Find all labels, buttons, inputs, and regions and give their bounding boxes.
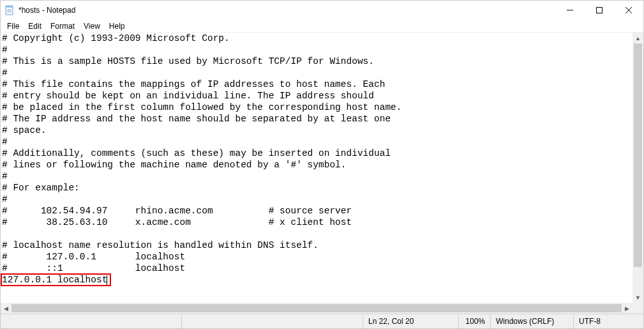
text-editor[interactable]: # Copyright (c) 1993-2009 Microsoft Corp… bbox=[1, 33, 633, 303]
scroll-corner bbox=[633, 303, 643, 314]
vscroll-track[interactable] bbox=[633, 43, 643, 292]
vscroll-thumb[interactable] bbox=[634, 43, 642, 267]
scroll-right-arrow[interactable]: ▶ bbox=[622, 303, 633, 314]
menu-format[interactable]: Format bbox=[47, 20, 79, 32]
window-title: *hosts - Notepad bbox=[19, 6, 75, 15]
svg-rect-6 bbox=[597, 8, 603, 13]
menubar: File Edit Format View Help bbox=[1, 20, 643, 33]
close-button[interactable] bbox=[614, 1, 643, 20]
menu-help[interactable]: Help bbox=[105, 20, 129, 32]
menu-edit[interactable]: Edit bbox=[24, 20, 45, 32]
status-line-ending: Windows (CRLF) bbox=[490, 314, 573, 328]
editor-container: # Copyright (c) 1993-2009 Microsoft Corp… bbox=[1, 33, 643, 314]
status-encoding: UTF-8 bbox=[573, 314, 643, 328]
status-cursor-position: Ln 22, Col 20 bbox=[363, 314, 458, 328]
menu-view[interactable]: View bbox=[80, 20, 104, 32]
notepad-icon bbox=[4, 5, 15, 15]
status-spacer-left bbox=[1, 314, 181, 328]
hscroll-thumb[interactable] bbox=[11, 304, 622, 312]
scroll-down-arrow[interactable]: ▼ bbox=[633, 292, 643, 303]
window-controls bbox=[555, 1, 643, 20]
statusbar: Ln 22, Col 20 100% Windows (CRLF) UTF-8 bbox=[1, 314, 643, 328]
scroll-left-arrow[interactable]: ◀ bbox=[1, 303, 11, 314]
hscroll-track[interactable] bbox=[11, 303, 622, 314]
svg-rect-1 bbox=[6, 6, 13, 8]
minimize-button[interactable] bbox=[555, 1, 585, 20]
vertical-scrollbar[interactable]: ▲ ▼ bbox=[633, 33, 643, 303]
status-zoom: 100% bbox=[458, 314, 490, 328]
scroll-up-arrow[interactable]: ▲ bbox=[633, 33, 643, 43]
horizontal-scrollbar[interactable]: ◀ ▶ bbox=[1, 303, 633, 314]
titlebar: *hosts - Notepad bbox=[1, 1, 643, 20]
maximize-button[interactable] bbox=[585, 1, 614, 20]
menu-file[interactable]: File bbox=[3, 20, 23, 32]
status-spacer-left2 bbox=[181, 314, 363, 328]
